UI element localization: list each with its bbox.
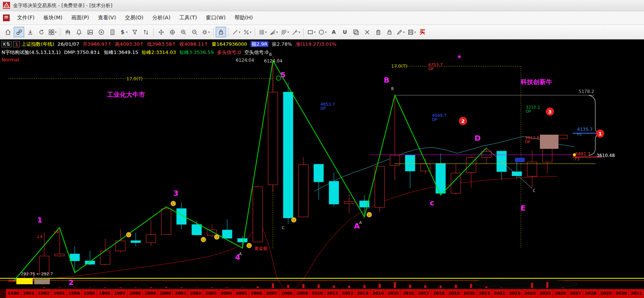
report-doc-button[interactable] bbox=[107, 27, 117, 37]
chart-annotation[interactable]: ↓4 bbox=[36, 234, 42, 239]
menu-item-window[interactable]: 窗口(W) bbox=[202, 12, 230, 23]
chart-annotation[interactable]: OP bbox=[428, 67, 434, 71]
smiley-marker-icon[interactable] bbox=[201, 237, 206, 242]
menu-item-trade[interactable]: 交易(O) bbox=[120, 12, 148, 23]
chart-annotation[interactable]: 3610.48 bbox=[596, 153, 615, 158]
chart-annotation[interactable]: DP bbox=[321, 106, 326, 110]
drawing-box[interactable] bbox=[540, 135, 558, 149]
chart-annotation[interactable]: OP bbox=[525, 140, 530, 144]
ellipse-tool-button[interactable]: ▾ bbox=[317, 27, 328, 37]
chart-annotation[interactable]: DP bbox=[432, 118, 437, 122]
drawing-box[interactable] bbox=[34, 279, 50, 284]
layout-grid-button[interactable]: ▾ bbox=[47, 27, 58, 37]
angle-lines-button[interactable]: ▾ bbox=[291, 27, 301, 37]
smiley-marker-icon[interactable] bbox=[247, 243, 252, 248]
chart-annotation[interactable]: B bbox=[384, 76, 389, 84]
chart-annotation[interactable]: OP bbox=[526, 109, 531, 113]
smiley-marker-icon[interactable] bbox=[291, 217, 296, 222]
zoom-out-button[interactable] bbox=[189, 27, 200, 37]
menu-item-file[interactable]: 文件(F) bbox=[13, 12, 39, 23]
link-button[interactable] bbox=[14, 27, 24, 37]
trash-button[interactable] bbox=[373, 27, 383, 37]
chart-annotation[interactable]: ↘4 bbox=[53, 230, 59, 234]
menu-item-analysis[interactable]: 分析(A) bbox=[148, 12, 175, 23]
play-button[interactable] bbox=[96, 27, 106, 37]
numbered-badge[interactable]: 1 bbox=[596, 129, 604, 138]
lock-secondary-button[interactable] bbox=[384, 27, 395, 37]
chart-annotation[interactable]: 5178.2 bbox=[579, 89, 594, 94]
home-button[interactable] bbox=[3, 27, 13, 37]
kline-chart-button[interactable] bbox=[62, 27, 73, 37]
smiley-marker-icon[interactable] bbox=[214, 234, 219, 240]
u-tool-button[interactable] bbox=[339, 27, 350, 37]
menu-item-help[interactable]: 帮助(H) bbox=[230, 12, 257, 23]
drawing-box[interactable] bbox=[515, 158, 525, 162]
chart-annotation[interactable]: 3 bbox=[173, 189, 178, 198]
chart-annotation[interactable]: F3 bbox=[575, 157, 579, 161]
chart-annotation[interactable]: 3491.7 bbox=[575, 151, 590, 157]
chart-annotation[interactable]: 17.0(T) bbox=[391, 64, 407, 69]
fan-lines-button[interactable]: ▾ bbox=[268, 27, 279, 37]
percent-retracement-button[interactable]: ▾ bbox=[242, 27, 252, 37]
crosshair-button[interactable] bbox=[167, 27, 177, 37]
chart-annotation[interactable]: C bbox=[282, 226, 284, 230]
year-label: 1994 bbox=[67, 289, 82, 298]
menu-item-sector[interactable]: 板块(M) bbox=[39, 12, 67, 23]
rectangle-tool-button[interactable]: ▾ bbox=[306, 27, 316, 37]
chart-annotation[interactable]: F5 bbox=[577, 132, 582, 137]
menu-item-screen[interactable]: 画面(P) bbox=[67, 12, 93, 23]
windows-cascade-button[interactable] bbox=[351, 27, 361, 37]
zoom-in-button[interactable] bbox=[178, 27, 189, 37]
smiley-marker-icon[interactable] bbox=[367, 212, 372, 217]
chart-annotation[interactable]: A bbox=[359, 221, 362, 225]
filter-funnel-button[interactable] bbox=[129, 27, 140, 37]
chart-annotation[interactable]: B bbox=[391, 87, 394, 91]
chart-annotation[interactable]: 4135.7 bbox=[577, 127, 593, 132]
chart-annotation[interactable]: 6124.04 bbox=[264, 58, 283, 64]
lock-button[interactable] bbox=[216, 27, 226, 37]
dollar-button[interactable]: ▾ bbox=[118, 27, 129, 37]
chart-annotation[interactable]: 6124.04 bbox=[236, 58, 254, 63]
chart-area[interactable]: K⇅$上证指数(年线)26/01/07开3986.97↑高4093.30↑低39… bbox=[0, 39, 644, 298]
chart-annotation[interactable]: D bbox=[474, 134, 481, 142]
chart-annotation[interactable]: 292.75 ← 292.7 bbox=[21, 272, 53, 276]
text-tool-button[interactable] bbox=[328, 27, 339, 37]
chevron-down-icon: ▾ bbox=[276, 31, 278, 34]
chart-annotation[interactable]: * bbox=[457, 53, 461, 62]
snapshot-image-button[interactable] bbox=[85, 27, 95, 37]
chart-annotation[interactable]: C bbox=[533, 189, 535, 193]
chart-annotation[interactable]: A bbox=[239, 252, 242, 256]
chart-annotation[interactable]: c bbox=[430, 198, 434, 207]
settings-gear-button[interactable]: ▾ bbox=[200, 27, 211, 37]
chart-annotation[interactable]: 1 bbox=[37, 215, 42, 224]
chart-annotation[interactable]: 5 bbox=[280, 70, 286, 79]
brace-annotation[interactable] bbox=[589, 95, 600, 156]
chart-annotation[interactable]: 工业化大牛市 bbox=[107, 91, 145, 98]
chart-annotation[interactable]: 科技创新牛 bbox=[520, 78, 552, 86]
hatch-lines-button[interactable]: ▾ bbox=[280, 27, 290, 37]
vertical-lines-button[interactable]: ▾ bbox=[257, 27, 268, 37]
menu-item-view[interactable]: 查看(V) bbox=[93, 12, 120, 23]
save-button[interactable]: ▾ bbox=[406, 27, 417, 37]
chart-annotation[interactable]: 2 bbox=[68, 278, 74, 287]
trend-line-button[interactable]: ▾ bbox=[231, 27, 241, 37]
sort-button[interactable] bbox=[141, 27, 151, 37]
chart-annotation[interactable]: 17.0(T) bbox=[126, 76, 142, 81]
child-window-icon[interactable] bbox=[3, 15, 10, 21]
smiley-marker-icon[interactable] bbox=[171, 201, 176, 206]
delete-x-button[interactable] bbox=[362, 27, 372, 37]
menu-item-tools[interactable]: 工具(T) bbox=[175, 12, 201, 23]
pencil-draw-button[interactable]: ▾ bbox=[395, 27, 406, 37]
numbered-badge[interactable]: 2 bbox=[459, 117, 467, 125]
buy-label[interactable]: 买 bbox=[419, 29, 425, 36]
numbered-badge[interactable]: 3 bbox=[546, 108, 554, 116]
chart-canvas[interactable]: 12312345ABcDE工业化大牛市科技创新牛17.0(T)17.0(T)61… bbox=[0, 39, 644, 289]
chart-annotation[interactable]: E bbox=[521, 204, 526, 212]
alert-bell-button[interactable] bbox=[74, 27, 84, 37]
smiley-marker-icon[interactable] bbox=[126, 232, 131, 237]
download-button[interactable] bbox=[25, 27, 35, 37]
pan-move-button[interactable] bbox=[156, 27, 166, 37]
drawing-box[interactable] bbox=[16, 278, 33, 284]
refresh-button[interactable] bbox=[36, 27, 46, 37]
chart-annotation[interactable]: 黄金眼 bbox=[254, 246, 268, 251]
